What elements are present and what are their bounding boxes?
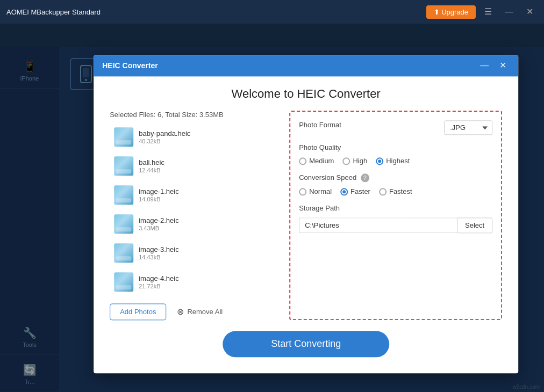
file-name: bali.heic <box>139 158 164 166</box>
radio-circle <box>379 188 386 195</box>
dialog-close-button[interactable]: ✕ <box>496 60 510 71</box>
settings-section: Photo Format .JPG .PNG Photo Quality Med… <box>289 111 502 320</box>
file-thumbnail <box>114 127 133 147</box>
file-size: 14.09kB <box>139 196 178 202</box>
speed-option-label: Faster <box>350 187 370 195</box>
dialog-title-bar: HEIC Converter — ✕ <box>94 55 518 76</box>
file-size: 12.44kB <box>139 167 164 173</box>
title-bar-left: AOMEI MBackupper Standard <box>6 8 101 16</box>
quality-option-high[interactable]: High <box>342 157 367 165</box>
file-thumbnail <box>114 272 133 292</box>
dialog-title: HEIC Converter <box>102 61 158 70</box>
speed-option-fastest[interactable]: Fastest <box>379 187 412 195</box>
title-bar-right: ⬆ Upgrade ☰ — ✕ <box>426 5 538 19</box>
dialog-minimize-button[interactable]: — <box>477 60 492 71</box>
close-button[interactable]: ✕ <box>522 5 538 18</box>
file-count: Selected Files: 6, Total Size: 3.53MB <box>110 111 276 119</box>
radio-circle <box>376 157 383 165</box>
file-info: image-3.heic 14.43kB <box>139 245 178 260</box>
speed-option-label: Normal <box>309 187 332 195</box>
app-name: AOMEI MBackupper Standard <box>6 8 101 16</box>
dialog-controls: — ✕ <box>477 60 510 71</box>
file-info: image-2.heic 3.43MB <box>139 216 178 231</box>
radio-circle <box>340 188 348 195</box>
path-input-group: Select <box>299 217 492 233</box>
photo-format-row: Photo Format .JPG .PNG <box>299 120 492 135</box>
app-body: Welcome to AOMEI MBackupper Always keep … <box>0 24 544 392</box>
radio-circle <box>342 157 350 165</box>
storage-path-row: Storage Path Select <box>299 204 492 233</box>
file-thumbnail <box>114 243 133 263</box>
speed-option-label: Fastest <box>389 187 412 195</box>
file-size: 14.43kB <box>139 254 178 260</box>
storage-path-input[interactable] <box>299 217 457 233</box>
photo-quality-row: Photo Quality MediumHighHighest <box>299 143 492 165</box>
speed-options: NormalFasterFastest <box>299 187 492 195</box>
quality-option-label: Medium <box>309 157 334 165</box>
radio-circle <box>299 188 306 195</box>
radio-circle <box>299 157 306 165</box>
file-name: image-4.heic <box>139 274 178 282</box>
quality-option-label: High <box>353 157 367 165</box>
add-photos-button[interactable]: Add Photos <box>110 303 166 320</box>
remove-all-label: Remove All <box>187 308 223 316</box>
file-thumbnail <box>114 185 133 205</box>
minimize-button[interactable]: — <box>500 5 518 18</box>
file-name: image-2.heic <box>139 216 178 224</box>
file-list-item: image-3.heic 14.43kB <box>110 240 276 266</box>
dialog-body: Welcome to HEIC Converter Selected Files… <box>94 76 518 373</box>
menu-button[interactable]: ☰ <box>480 5 496 18</box>
file-size: 3.43MB <box>139 225 178 231</box>
conversion-speed-label: Conversion Speed ? <box>299 173 492 182</box>
remove-all-icon: ⊗ <box>177 307 184 317</box>
quality-option-medium[interactable]: Medium <box>299 157 334 165</box>
file-list: baby-panda.heic 40.32kB bali.heic 12.44k… <box>110 124 276 295</box>
storage-path-label: Storage Path <box>299 204 492 212</box>
conversion-speed-row: Conversion Speed ? NormalFasterFastest <box>299 173 492 195</box>
file-list-item: bali.heic 12.44kB <box>110 153 276 179</box>
quality-options: MediumHighHighest <box>299 157 492 165</box>
heic-converter-dialog: HEIC Converter — ✕ Welcome to HEIC Conve… <box>94 55 518 373</box>
quality-option-highest[interactable]: Highest <box>376 157 410 165</box>
file-thumbnail <box>114 156 133 176</box>
remove-all-button[interactable]: ⊗ Remove All <box>177 307 223 317</box>
file-list-section: Selected Files: 6, Total Size: 3.53MB ba… <box>110 111 276 320</box>
file-info: baby-panda.heic 40.32kB <box>139 129 190 144</box>
file-name: image-3.heic <box>139 245 178 253</box>
file-size: 40.32kB <box>139 138 190 144</box>
file-list-item: image-1.heic 14.09kB <box>110 182 276 208</box>
speed-option-faster[interactable]: Faster <box>340 187 370 195</box>
title-bar: AOMEI MBackupper Standard ⬆ Upgrade ☰ — … <box>0 0 544 24</box>
file-list-item: image-4.heic 21.72kB <box>110 269 276 295</box>
help-icon[interactable]: ? <box>361 173 369 182</box>
file-list-item: baby-panda.heic 40.32kB <box>110 124 276 150</box>
photo-quality-label: Photo Quality <box>299 143 492 151</box>
start-converting-button[interactable]: Start Converting <box>223 331 389 357</box>
file-name: baby-panda.heic <box>139 129 190 137</box>
file-info: image-4.heic 21.72kB <box>139 274 178 289</box>
photo-format-select[interactable]: .JPG .PNG <box>444 120 492 135</box>
dialog-heading: Welcome to HEIC Converter <box>110 87 502 101</box>
speed-option-normal[interactable]: Normal <box>299 187 332 195</box>
photo-format-label: Photo Format <box>299 121 341 129</box>
path-select-button[interactable]: Select <box>457 217 492 233</box>
dialog-content: Selected Files: 6, Total Size: 3.53MB ba… <box>110 111 502 320</box>
file-info: bali.heic 12.44kB <box>139 158 164 173</box>
quality-option-label: Highest <box>386 157 410 165</box>
file-thumbnail <box>114 214 133 234</box>
file-list-item: image-2.heic 3.43MB <box>110 211 276 237</box>
file-size: 21.72kB <box>139 283 178 289</box>
file-name: image-1.heic <box>139 187 178 195</box>
file-actions: Add Photos ⊗ Remove All <box>110 303 276 320</box>
file-info: image-1.heic 14.09kB <box>139 187 178 202</box>
upgrade-button[interactable]: ⬆ Upgrade <box>426 5 476 19</box>
